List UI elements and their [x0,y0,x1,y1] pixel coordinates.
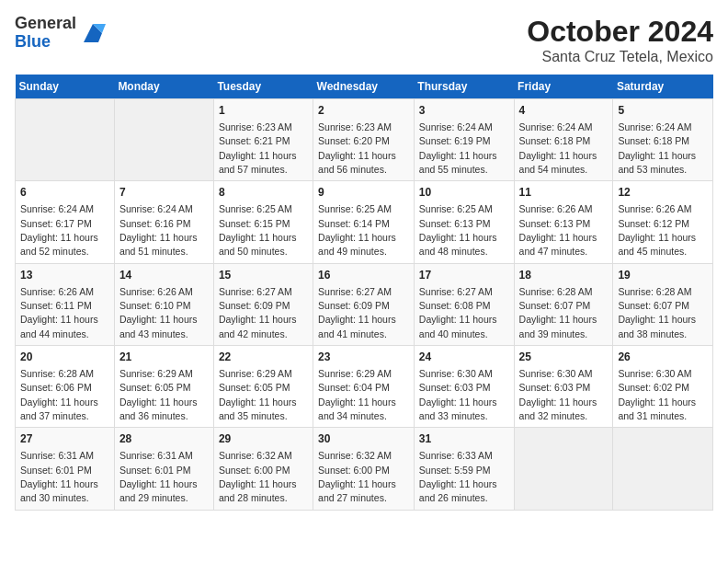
calendar-cell: 6Sunrise: 6:24 AM Sunset: 6:17 PM Daylig… [16,181,115,263]
title-block: October 2024 Santa Cruz Tetela, Mexico [527,15,713,65]
day-number: 28 [119,431,209,447]
day-info: Sunrise: 6:24 AM Sunset: 6:18 PM Dayligh… [618,121,696,175]
header-monday: Monday [114,75,213,99]
day-number: 29 [219,431,308,447]
calendar-cell: 2Sunrise: 6:23 AM Sunset: 6:20 PM Daylig… [313,99,415,181]
calendar-cell [514,428,613,510]
calendar-cell: 1Sunrise: 6:23 AM Sunset: 6:21 PM Daylig… [213,99,313,181]
day-number: 9 [318,185,409,201]
day-number: 19 [618,268,708,283]
calendar-cell: 23Sunrise: 6:29 AM Sunset: 6:04 PM Dayli… [313,346,415,428]
calendar-body: 1Sunrise: 6:23 AM Sunset: 6:21 PM Daylig… [16,99,713,511]
day-number: 1 [219,103,308,119]
calendar-cell: 9Sunrise: 6:25 AM Sunset: 6:14 PM Daylig… [313,181,415,263]
calendar-cell: 16Sunrise: 6:27 AM Sunset: 6:09 PM Dayli… [313,263,415,345]
day-info: Sunrise: 6:26 AM Sunset: 6:10 PM Dayligh… [119,286,198,339]
calendar-cell: 18Sunrise: 6:28 AM Sunset: 6:07 PM Dayli… [514,263,613,345]
day-info: Sunrise: 6:26 AM Sunset: 6:13 PM Dayligh… [519,203,597,257]
day-number: 4 [519,103,609,119]
day-number: 5 [618,103,708,119]
day-info: Sunrise: 6:27 AM Sunset: 6:08 PM Dayligh… [419,286,497,339]
day-number: 10 [419,185,509,201]
day-info: Sunrise: 6:28 AM Sunset: 6:07 PM Dayligh… [519,286,597,339]
calendar-cell: 8Sunrise: 6:25 AM Sunset: 6:15 PM Daylig… [213,181,313,263]
day-info: Sunrise: 6:30 AM Sunset: 6:02 PM Dayligh… [618,368,696,421]
calendar-cell: 31Sunrise: 6:33 AM Sunset: 5:59 PM Dayli… [414,428,514,510]
header-wednesday: Wednesday [313,75,415,99]
day-number: 7 [119,185,209,201]
calendar-week-4: 20Sunrise: 6:28 AM Sunset: 6:06 PM Dayli… [16,346,713,428]
day-info: Sunrise: 6:23 AM Sunset: 6:21 PM Dayligh… [219,121,297,175]
day-number: 8 [219,185,308,201]
calendar-cell: 21Sunrise: 6:29 AM Sunset: 6:05 PM Dayli… [114,346,213,428]
calendar-cell: 7Sunrise: 6:24 AM Sunset: 6:16 PM Daylig… [114,181,213,263]
calendar-table: SundayMondayTuesdayWednesdayThursdayFrid… [15,75,713,511]
calendar-cell: 29Sunrise: 6:32 AM Sunset: 6:00 PM Dayli… [213,428,313,510]
day-info: Sunrise: 6:30 AM Sunset: 6:03 PM Dayligh… [519,368,597,421]
calendar-cell: 12Sunrise: 6:26 AM Sunset: 6:12 PM Dayli… [613,181,713,263]
calendar-cell: 28Sunrise: 6:31 AM Sunset: 6:01 PM Dayli… [114,428,213,510]
calendar-cell: 3Sunrise: 6:24 AM Sunset: 6:19 PM Daylig… [414,99,514,181]
calendar-cell: 27Sunrise: 6:31 AM Sunset: 6:01 PM Dayli… [16,428,115,510]
calendar-week-1: 1Sunrise: 6:23 AM Sunset: 6:21 PM Daylig… [16,99,713,181]
header-row: SundayMondayTuesdayWednesdayThursdayFrid… [16,75,713,99]
day-info: Sunrise: 6:26 AM Sunset: 6:12 PM Dayligh… [618,203,696,257]
day-number: 20 [20,350,109,365]
logo-blue: Blue [15,33,76,52]
calendar-cell [114,99,213,181]
calendar-cell: 20Sunrise: 6:28 AM Sunset: 6:06 PM Dayli… [16,346,115,428]
logo-icon [80,20,106,46]
day-info: Sunrise: 6:24 AM Sunset: 6:17 PM Dayligh… [20,203,98,257]
day-number: 18 [519,268,609,283]
day-info: Sunrise: 6:29 AM Sunset: 6:04 PM Dayligh… [318,368,396,421]
day-info: Sunrise: 6:29 AM Sunset: 6:05 PM Dayligh… [119,368,198,421]
day-info: Sunrise: 6:32 AM Sunset: 6:00 PM Dayligh… [318,450,396,503]
page-subtitle: Santa Cruz Tetela, Mexico [527,49,713,65]
day-info: Sunrise: 6:27 AM Sunset: 6:09 PM Dayligh… [219,286,297,339]
calendar-cell [613,428,713,510]
logo-text: General Blue [15,15,76,52]
day-number: 30 [318,431,409,447]
calendar-cell: 24Sunrise: 6:30 AM Sunset: 6:03 PM Dayli… [414,346,514,428]
day-info: Sunrise: 6:29 AM Sunset: 6:05 PM Dayligh… [219,368,297,421]
header-thursday: Thursday [414,75,514,99]
day-number: 17 [419,268,509,283]
calendar-cell: 19Sunrise: 6:28 AM Sunset: 6:07 PM Dayli… [613,263,713,345]
header-sunday: Sunday [16,75,115,99]
day-info: Sunrise: 6:30 AM Sunset: 6:03 PM Dayligh… [419,368,497,421]
day-info: Sunrise: 6:31 AM Sunset: 6:01 PM Dayligh… [119,450,198,503]
logo: General Blue [15,15,106,52]
day-number: 14 [119,268,209,283]
day-number: 6 [20,185,109,201]
day-number: 31 [419,431,509,447]
day-info: Sunrise: 6:33 AM Sunset: 5:59 PM Dayligh… [419,450,497,503]
day-number: 2 [318,103,409,119]
day-info: Sunrise: 6:27 AM Sunset: 6:09 PM Dayligh… [318,286,396,339]
day-info: Sunrise: 6:32 AM Sunset: 6:00 PM Dayligh… [219,450,297,503]
day-info: Sunrise: 6:28 AM Sunset: 6:06 PM Dayligh… [20,368,98,421]
day-number: 24 [419,350,509,365]
day-info: Sunrise: 6:24 AM Sunset: 6:18 PM Dayligh… [519,121,597,175]
day-number: 12 [618,185,708,201]
calendar-cell: 15Sunrise: 6:27 AM Sunset: 6:09 PM Dayli… [213,263,313,345]
logo-general: General [15,15,76,33]
day-info: Sunrise: 6:25 AM Sunset: 6:13 PM Dayligh… [419,203,497,257]
day-number: 27 [20,431,109,447]
day-info: Sunrise: 6:31 AM Sunset: 6:01 PM Dayligh… [20,450,98,503]
day-info: Sunrise: 6:26 AM Sunset: 6:11 PM Dayligh… [20,286,98,339]
calendar-cell: 10Sunrise: 6:25 AM Sunset: 6:13 PM Dayli… [414,181,514,263]
calendar-cell: 14Sunrise: 6:26 AM Sunset: 6:10 PM Dayli… [114,263,213,345]
calendar-week-3: 13Sunrise: 6:26 AM Sunset: 6:11 PM Dayli… [16,263,713,345]
header-saturday: Saturday [613,75,713,99]
calendar-cell: 25Sunrise: 6:30 AM Sunset: 6:03 PM Dayli… [514,346,613,428]
calendar-week-2: 6Sunrise: 6:24 AM Sunset: 6:17 PM Daylig… [16,181,713,263]
day-number: 3 [419,103,509,119]
calendar-cell: 11Sunrise: 6:26 AM Sunset: 6:13 PM Dayli… [514,181,613,263]
day-info: Sunrise: 6:28 AM Sunset: 6:07 PM Dayligh… [618,286,696,339]
day-number: 26 [618,350,708,365]
day-info: Sunrise: 6:23 AM Sunset: 6:20 PM Dayligh… [318,121,396,175]
day-number: 22 [219,350,308,365]
calendar-cell: 26Sunrise: 6:30 AM Sunset: 6:02 PM Dayli… [613,346,713,428]
day-number: 13 [20,268,109,283]
day-info: Sunrise: 6:24 AM Sunset: 6:16 PM Dayligh… [119,203,198,257]
